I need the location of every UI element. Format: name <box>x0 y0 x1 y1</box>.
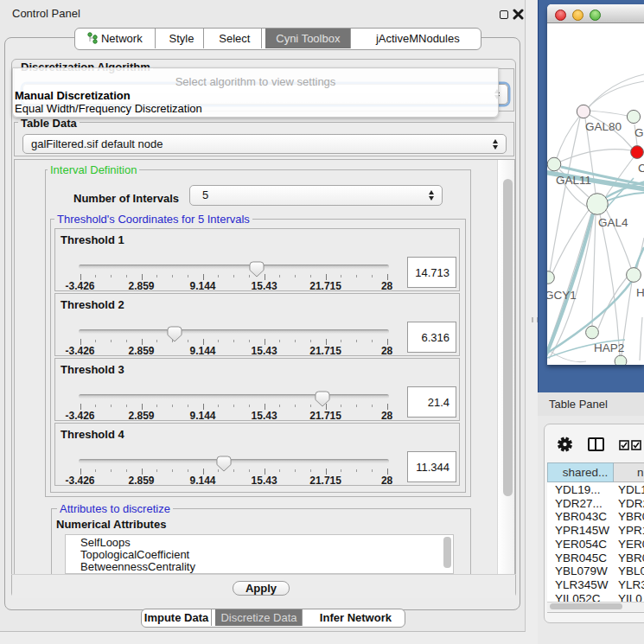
svg-text:GAL11: GAL11 <box>556 174 591 187</box>
svg-text:C: C <box>638 162 644 175</box>
svg-text:H: H <box>636 286 644 299</box>
svg-text:HAP2: HAP2 <box>594 341 624 354</box>
svg-text:GAL80: GAL80 <box>585 120 622 133</box>
svg-text:G.: G. <box>634 126 644 139</box>
svg-text:GAL4: GAL4 <box>598 216 628 229</box>
svg-text:GCY1: GCY1 <box>547 289 577 302</box>
